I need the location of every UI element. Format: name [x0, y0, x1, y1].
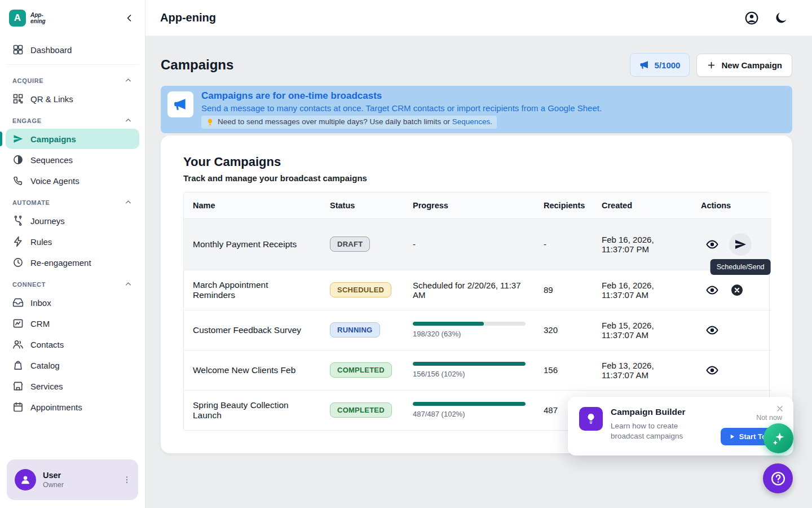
sidebar-item-sequences[interactable]: Sequences: [6, 150, 139, 170]
column-header-actions: Actions: [692, 192, 771, 219]
sidebar-item-catalog[interactable]: Catalog: [6, 355, 139, 375]
phone-icon: [12, 175, 24, 186]
progress-cell: 156/156 (102%): [404, 351, 535, 391]
user-name: User: [43, 471, 64, 480]
eye-icon: [705, 323, 719, 337]
inbox-icon: [12, 297, 24, 308]
progress-cell: -: [404, 219, 535, 270]
progress-cell: Scheduled for 2/20/26, 11:37 AM: [404, 270, 535, 310]
not-now-button[interactable]: Not now: [756, 414, 782, 422]
chevron-left-icon: [123, 12, 135, 24]
section-label: AUTOMATE: [12, 199, 50, 206]
more-options-icon[interactable]: [122, 475, 131, 484]
campaign-quota-button[interactable]: 5/1000: [630, 53, 690, 77]
dark-mode-moon-icon[interactable]: [774, 11, 788, 25]
column-header-created: Created: [593, 192, 692, 219]
sidebar-item-label: Contacts: [30, 340, 64, 349]
sidebar-item-voice-agents[interactable]: Voice Agents: [6, 170, 139, 191]
account-icon[interactable]: [744, 11, 759, 25]
created-cell: Feb 15, 2026, 11:37:07 AM: [593, 310, 692, 351]
sidebar-item-contacts[interactable]: Contacts: [6, 334, 139, 354]
created-cell: Feb 16, 2026, 11:37:07 AM: [593, 270, 692, 310]
view-button[interactable]: [701, 359, 723, 382]
sidebar-item-crm[interactable]: CRM: [6, 313, 139, 334]
sidebar-item-re-engagement[interactable]: Re-engagement: [6, 252, 139, 273]
sidebar-item-dashboard[interactable]: Dashboard: [6, 40, 139, 60]
sidebar-item-label: Services: [30, 382, 63, 391]
campaign-name: Customer Feedback Survey: [184, 310, 321, 351]
people-icon: [12, 339, 24, 350]
ai-assistant-button[interactable]: [764, 423, 793, 453]
user-role: Owner: [43, 481, 64, 489]
sidebar-item-label: CRM: [30, 319, 50, 329]
view-button[interactable]: [701, 319, 723, 341]
campaign-name: Monthly Payment Receipts: [184, 219, 321, 270]
user-avatar: [15, 469, 36, 491]
logo-icon: A: [9, 10, 26, 27]
quota-value: 5/1000: [655, 60, 681, 70]
sidebar-item-label: Re-engagement: [30, 258, 91, 268]
cancel-button[interactable]: [726, 279, 748, 301]
card-title: Your Campaigns: [183, 155, 770, 169]
sidebar-item-journeys[interactable]: Journeys: [6, 211, 139, 231]
view-button[interactable]: [701, 279, 723, 301]
sequences-link[interactable]: Sequences: [452, 117, 491, 126]
user-card[interactable]: User Owner: [7, 459, 138, 500]
campaign-builder-toast: Campaign Builder Learn how to create bro…: [568, 397, 793, 456]
top-bar: App-ening: [145, 0, 812, 36]
help-button[interactable]: [763, 463, 793, 493]
table-row: March Appointment Reminders SCHEDULED Sc…: [184, 270, 771, 310]
tooltip: Schedule/Send: [710, 259, 771, 275]
megaphone-icon: [167, 91, 193, 117]
sidebar-item-label: Journeys: [30, 216, 65, 226]
new-campaign-label: New Campaign: [721, 60, 782, 70]
close-icon[interactable]: [775, 403, 787, 414]
banner-tip-text: Need to send messages over multiple days…: [218, 117, 450, 126]
storefront-icon: [12, 380, 24, 392]
lightning-icon: [12, 236, 24, 247]
sidebar-item-inbox[interactable]: Inbox: [6, 292, 139, 313]
progress-bar: [413, 322, 526, 326]
status-badge: RUNNING: [330, 322, 380, 338]
plus-icon: [707, 60, 716, 70]
toast-title: Campaign Builder: [611, 407, 698, 417]
sidebar-nav: Dashboard ACQUIRE QR & Links ENGAGE Camp…: [0, 36, 145, 454]
section-label: CONNECT: [12, 281, 46, 288]
megaphone-icon: [639, 60, 650, 70]
info-banner: Campaigns are for one-time broadcasts Se…: [161, 86, 792, 133]
sidebar-item-rules[interactable]: Rules: [6, 231, 139, 252]
calendar-icon: [12, 401, 24, 413]
section-engage[interactable]: ENGAGE: [6, 110, 139, 129]
table-header-row: Name Status Progress Recipients Created …: [184, 192, 771, 219]
eye-icon: [705, 238, 719, 251]
recipients-cell: -: [535, 219, 593, 270]
card-subtitle: Track and manage your broadcast campaign…: [183, 173, 770, 183]
toast-text: Campaign Builder Learn how to create bro…: [611, 407, 698, 445]
page-header-actions: 5/1000 New Campaign: [630, 53, 792, 77]
progress-fill: [413, 362, 526, 366]
sidebar-item-label: Rules: [30, 237, 52, 247]
sidebar-item-label: Sequences: [30, 155, 73, 165]
section-connect[interactable]: CONNECT: [6, 273, 139, 292]
x-circle-icon: [730, 283, 744, 297]
sidebar-collapse-button[interactable]: [121, 10, 137, 26]
schedule-send-button[interactable]: Schedule/Send: [729, 233, 752, 256]
recipients-cell: 320: [535, 310, 593, 351]
sidebar-item-appointments[interactable]: Appointments: [6, 397, 139, 417]
sidebar-item-qr-links[interactable]: QR & Links: [6, 89, 139, 109]
page-title: Campaigns: [161, 57, 233, 73]
chevron-up-icon: [124, 198, 133, 207]
sidebar-item-label: Catalog: [30, 361, 60, 370]
section-automate[interactable]: AUTOMATE: [6, 191, 139, 211]
column-header-name: Name: [184, 192, 321, 219]
recipients-cell: 156: [535, 351, 593, 391]
view-button[interactable]: [701, 233, 723, 256]
logo-text: App-ening: [30, 12, 46, 25]
banner-subtitle: Send a message to many contacts at once.…: [201, 103, 602, 113]
topbar-actions: [744, 11, 788, 25]
user-info: User Owner: [43, 471, 64, 489]
section-acquire[interactable]: ACQUIRE: [6, 69, 139, 89]
sidebar-item-campaigns[interactable]: Campaigns: [6, 129, 139, 149]
new-campaign-button[interactable]: New Campaign: [696, 54, 792, 77]
sidebar-item-services[interactable]: Services: [6, 376, 139, 396]
